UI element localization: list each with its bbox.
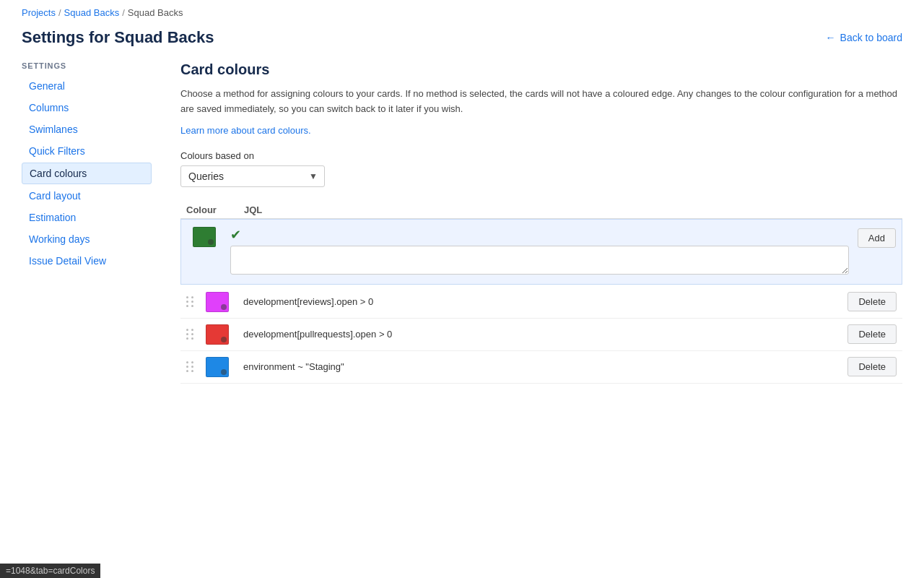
drag-handle[interactable]: [186, 296, 194, 307]
sidebar-item-quick-filters[interactable]: Quick Filters: [22, 141, 152, 161]
table-row: development[reviews].open > 0 Delete: [180, 286, 902, 319]
swatch-wrapper-1: [200, 292, 235, 312]
table-header: Colour JQL: [180, 202, 902, 219]
sidebar-heading: SETTINGS: [22, 61, 152, 70]
drag-handle[interactable]: [186, 361, 194, 372]
sidebar-item-general[interactable]: General: [22, 76, 152, 96]
swatch-dot-1: [221, 304, 227, 310]
swatch-dot: [208, 239, 214, 245]
dropdown-wrapper: None Assignees Priorities Queries Issue …: [180, 165, 325, 187]
jql-textarea[interactable]: [230, 246, 849, 275]
editing-row-top: ✔ Add: [187, 227, 896, 277]
swatch-wrapper-3: [200, 357, 235, 377]
jql-editing-area: ✔: [230, 227, 849, 277]
col-header-jql: JQL: [244, 204, 897, 215]
jql-value-1: development[reviews].open > 0: [243, 296, 839, 307]
sidebar-item-issue-detail-view[interactable]: Issue Detail View: [22, 251, 152, 271]
arrow-left-icon: ←: [826, 32, 836, 43]
colours-based-on-select[interactable]: None Assignees Priorities Queries Issue …: [180, 165, 325, 187]
breadcrumb-squad-backs-1[interactable]: Squad Backs: [64, 7, 120, 18]
main-layout: SETTINGS General Columns Swimlanes Quick…: [0, 61, 924, 384]
editing-colour-swatch[interactable]: [193, 227, 216, 247]
main-content: Card colours Choose a method for assigni…: [180, 61, 902, 384]
check-icon: ✔: [230, 227, 849, 243]
breadcrumb: Projects / Squad Backs / Squad Backs: [0, 0, 924, 25]
breadcrumb-sep-1: /: [58, 7, 61, 18]
add-button[interactable]: Add: [858, 228, 896, 248]
section-description: Choose a method for assigning colours to…: [180, 87, 902, 117]
sidebar-item-working-days[interactable]: Working days: [22, 229, 152, 249]
page-header: Settings for Squad Backs ← Back to board: [0, 25, 924, 61]
col-header-colour: Colour: [186, 204, 244, 215]
delete-button-2[interactable]: Delete: [847, 324, 897, 344]
page-title: Settings for Squad Backs: [22, 28, 214, 47]
jql-value-3: environment ~ "Staging": [243, 361, 839, 372]
sidebar-item-card-layout[interactable]: Card layout: [22, 186, 152, 206]
colour-swatch-3[interactable]: [206, 357, 229, 377]
learn-more-link[interactable]: Learn more about card colours.: [180, 125, 311, 136]
editing-row: ✔ Add: [180, 219, 902, 285]
sidebar: SETTINGS General Columns Swimlanes Quick…: [22, 61, 152, 384]
back-to-board-label: Back to board: [840, 32, 902, 43]
colours-based-on-label: Colours based on: [180, 150, 902, 161]
sidebar-item-swimlanes[interactable]: Swimlanes: [22, 119, 152, 139]
breadcrumb-projects[interactable]: Projects: [22, 7, 56, 18]
swatch-dot-3: [221, 369, 227, 375]
sidebar-item-columns[interactable]: Columns: [22, 98, 152, 118]
swatch-wrapper-2: [200, 324, 235, 345]
table-row: development[pullrequests].open > 0 Delet…: [180, 319, 902, 351]
colour-swatch-1[interactable]: [206, 292, 229, 312]
breadcrumb-current: Squad Backs: [128, 7, 183, 18]
section-title: Card colours: [180, 61, 902, 78]
editing-swatch-wrapper: [187, 227, 222, 247]
jql-value-2: development[pullrequests].open > 0: [243, 329, 839, 340]
table-row: environment ~ "Staging" Delete: [180, 351, 902, 384]
breadcrumb-sep-2: /: [122, 7, 125, 18]
back-to-board-link[interactable]: ← Back to board: [826, 32, 902, 43]
swatch-dot-2: [221, 337, 227, 342]
colour-swatch-2[interactable]: [206, 324, 229, 345]
drag-handle[interactable]: [186, 329, 194, 340]
delete-button-3[interactable]: Delete: [847, 357, 897, 376]
delete-button-1[interactable]: Delete: [847, 292, 897, 311]
sidebar-item-card-colours[interactable]: Card colours: [22, 163, 152, 184]
sidebar-item-estimation[interactable]: Estimation: [22, 207, 152, 228]
